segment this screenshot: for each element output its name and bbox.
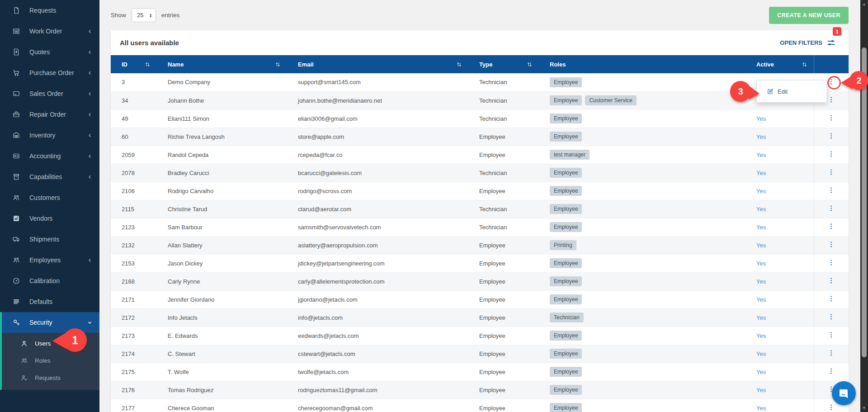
cell-actions [814, 308, 849, 327]
row-menu-button[interactable] [825, 275, 838, 288]
row-menu-button[interactable] [825, 202, 838, 216]
entries-label: entries [161, 12, 180, 19]
active-link[interactable]: Yes [756, 206, 766, 213]
active-link[interactable]: Yes [756, 296, 766, 303]
sidebar-item-shipments[interactable]: Shipments [0, 229, 99, 250]
column-header-label: Name [168, 61, 184, 68]
sidebar-item-sales-order[interactable]: Sales Order [0, 83, 99, 104]
column-header-name[interactable]: Name [157, 55, 287, 73]
row-menu-button[interactable] [825, 329, 838, 342]
active-link[interactable]: Yes [756, 115, 766, 122]
row-menu-button[interactable] [825, 220, 838, 234]
card-icon [12, 90, 20, 98]
cell-id: 2173 [111, 327, 157, 345]
row-menu-button[interactable] [825, 238, 838, 252]
row-menu-button[interactable] [825, 311, 838, 324]
cell-actions [814, 128, 849, 146]
active-link[interactable]: Yes [756, 188, 766, 194]
cell-active: Yes [745, 381, 814, 399]
column-header-type[interactable]: Type [468, 55, 539, 73]
cell-type: Employee [468, 381, 539, 399]
scrollbar-thumb[interactable] [862, 47, 867, 357]
page-scrollbar[interactable]: ▲ ▼ [860, 0, 868, 412]
cell-name: Randol Cepeda [157, 146, 287, 164]
sidebar-item-defaults[interactable]: Defaults [0, 291, 99, 312]
row-menu-button[interactable] [825, 365, 838, 379]
row-menu-button[interactable] [825, 347, 838, 360]
sidebar-item-accounting[interactable]: Accounting [0, 146, 99, 166]
active-link[interactable]: Yes [756, 405, 766, 412]
create-new-user-button[interactable]: CREATE A NEW USER [769, 7, 849, 24]
role-badge: Employee [550, 258, 582, 268]
sidebar-item-capabilities[interactable]: Capabilities [0, 166, 99, 187]
menu-item-edit[interactable]: Edit [757, 81, 826, 102]
sidebar-item-repair-order[interactable]: Repair Order [0, 104, 99, 125]
active-link[interactable]: Yes [756, 242, 766, 249]
active-link[interactable]: Yes [756, 152, 766, 158]
sidebar-subitem-label: Users [35, 340, 51, 347]
sidebar-item-customers[interactable]: Customers [0, 187, 99, 208]
active-link[interactable]: Yes [756, 278, 766, 285]
sidebar-item-vendors[interactable]: Vendors [0, 208, 99, 229]
active-link[interactable]: Yes [756, 369, 766, 375]
row-menu-button[interactable] [825, 401, 838, 412]
scroll-down-icon[interactable]: ▼ [860, 405, 868, 411]
sidebar-item-quotes[interactable]: Quotes [0, 42, 99, 62]
row-menu-button[interactable] [825, 130, 838, 143]
active-link[interactable]: Yes [756, 314, 766, 321]
sidebar-subitem-requests[interactable]: Requests [2, 369, 99, 386]
column-header-roles[interactable]: Roles [539, 55, 745, 73]
sidebar-item-work-order[interactable]: Work Order [0, 21, 99, 42]
cell-id: 2078 [111, 164, 157, 182]
column-header-active[interactable]: Active [745, 55, 814, 73]
column-header-email[interactable]: Email [287, 55, 468, 73]
cell-actions [814, 272, 849, 290]
cell-email: twolfe@jetacls.com [287, 363, 468, 381]
role-badge: Employee [550, 403, 582, 412]
sidebar-item-calibration[interactable]: Calibration [0, 270, 99, 291]
annotation-step-3-number: 3 [738, 86, 743, 96]
page-size-select[interactable]: 25 ▲▼ [132, 8, 156, 22]
row-action-menu: Edit [756, 80, 827, 103]
sidebar-item-purchase-order[interactable]: Purchase Order [0, 62, 99, 83]
kebab-icon [828, 277, 835, 284]
active-link[interactable]: Yes [756, 170, 766, 176]
active-link[interactable]: Yes [756, 332, 766, 339]
key-icon [12, 318, 20, 327]
kebab-icon [828, 404, 835, 411]
active-link[interactable]: Yes [756, 350, 766, 357]
active-link[interactable]: Yes [756, 260, 766, 267]
active-link[interactable]: Yes [756, 133, 766, 140]
cell-type: Employee [468, 146, 539, 164]
row-menu-button[interactable] [825, 112, 838, 125]
active-link[interactable]: Yes [756, 387, 766, 393]
cell-actions [814, 345, 849, 363]
sidebar-item-requests[interactable]: Requests [0, 0, 99, 21]
cell-email: rodrigo@scross.com [287, 182, 468, 200]
annotation-step-2-number: 2 [856, 76, 861, 85]
role-badge: Employee [550, 186, 582, 196]
column-header-id[interactable]: ID [111, 55, 157, 73]
chevron-left-icon [87, 154, 92, 159]
table-row: 2173 E. Edwards eedwards@jetacls.com Emp… [111, 327, 849, 345]
sidebar-item-inventory[interactable]: Inventory [0, 125, 99, 146]
row-menu-button[interactable] [825, 293, 838, 306]
page-size-value: 25 [137, 12, 143, 19]
sidebar-item-label: Purchase Order [29, 69, 87, 76]
cell-id: 60 [111, 128, 157, 146]
lines-icon [12, 298, 20, 306]
sidebar-item-label: Accounting [29, 152, 87, 160]
row-menu-button[interactable] [825, 148, 838, 161]
sidebar-item-employees[interactable]: Employees [0, 250, 99, 270]
active-link[interactable]: Yes [756, 224, 766, 231]
sort-icon [145, 62, 151, 67]
row-menu-button[interactable] [825, 184, 838, 198]
row-menu-button[interactable] [825, 256, 838, 270]
open-filters-button[interactable]: OPEN FILTERS 1 [780, 38, 836, 47]
row-menu-button[interactable] [825, 166, 838, 180]
scroll-up-icon[interactable]: ▲ [860, 1, 868, 7]
role-badge: Employee [550, 77, 582, 87]
cell-roles: Employee [539, 399, 745, 412]
chat-launcher-button[interactable] [832, 381, 856, 405]
annotation-step-1-number: 1 [72, 334, 78, 346]
